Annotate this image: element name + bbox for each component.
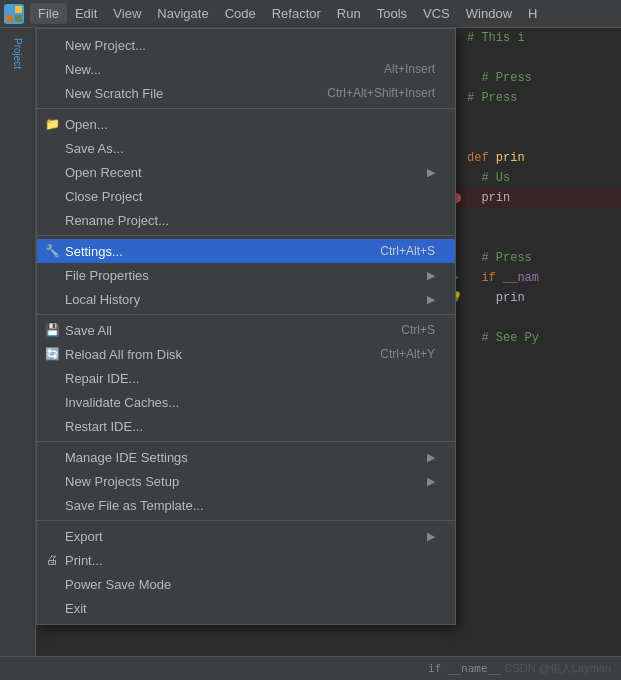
menu-row-power-save[interactable]: Power Save Mode bbox=[37, 572, 455, 596]
menu-row-save-file-template[interactable]: Save File as Template... bbox=[37, 493, 455, 517]
line-9-content: prin bbox=[463, 188, 621, 208]
line-8-content: # Us bbox=[463, 168, 621, 188]
menu-tools[interactable]: Tools bbox=[369, 3, 415, 24]
arrow-icon-file-properties: ▶ bbox=[427, 269, 435, 282]
separator-3 bbox=[37, 314, 455, 315]
menu-row-exit[interactable]: Exit bbox=[37, 596, 455, 620]
menu-vcs[interactable]: VCS bbox=[415, 3, 458, 24]
app-logo bbox=[4, 4, 24, 24]
menu-run[interactable]: Run bbox=[329, 3, 369, 24]
folder-icon: 📁 bbox=[43, 117, 61, 131]
menu-row-manage-ide-settings[interactable]: Manage IDE Settings ▶ bbox=[37, 445, 455, 469]
menu-refactor[interactable]: Refactor bbox=[264, 3, 329, 24]
menu-row-open[interactable]: 📁 Open... bbox=[37, 112, 455, 136]
arrow-icon-new-projects: ▶ bbox=[427, 475, 435, 488]
status-if-name: if __name__ bbox=[428, 662, 501, 675]
menu-row-print[interactable]: 🖨 Print... bbox=[37, 548, 455, 572]
wrench-icon: 🔧 bbox=[43, 244, 61, 258]
menu-row-save-all[interactable]: 💾 Save All Ctrl+S bbox=[37, 318, 455, 342]
arrow-icon-open-recent: ▶ bbox=[427, 166, 435, 179]
line-7-content: def prin bbox=[463, 148, 621, 168]
menu-code[interactable]: Code bbox=[217, 3, 264, 24]
menu-file[interactable]: File bbox=[30, 3, 67, 24]
menu-row-save-as[interactable]: Save As... bbox=[37, 136, 455, 160]
menu-row-new-project[interactable]: New Project... bbox=[37, 33, 455, 57]
menu-row-new-scratch[interactable]: New Scratch File Ctrl+Alt+Shift+Insert bbox=[37, 81, 455, 105]
save-icon: 💾 bbox=[43, 323, 61, 337]
separator-1 bbox=[37, 108, 455, 109]
menu-row-local-history[interactable]: Local History ▶ bbox=[37, 287, 455, 311]
menu-row-export[interactable]: Export ▶ bbox=[37, 524, 455, 548]
menu-row-new-projects-setup[interactable]: New Projects Setup ▶ bbox=[37, 469, 455, 493]
menu-row-restart-ide[interactable]: Restart IDE... bbox=[37, 414, 455, 438]
menu-row-new[interactable]: New... Alt+Insert bbox=[37, 57, 455, 81]
print-icon: 🖨 bbox=[43, 553, 61, 567]
menu-row-invalidate-caches[interactable]: Invalidate Caches... bbox=[37, 390, 455, 414]
menu-navigate[interactable]: Navigate bbox=[149, 3, 216, 24]
separator-2 bbox=[37, 235, 455, 236]
arrow-icon-manage-ide: ▶ bbox=[427, 451, 435, 464]
menu-edit[interactable]: Edit bbox=[67, 3, 105, 24]
menu-row-repair-ide[interactable]: Repair IDE... bbox=[37, 366, 455, 390]
line-16-content: # See Py bbox=[463, 328, 621, 348]
menu-window[interactable]: Window bbox=[458, 3, 520, 24]
menu-row-close-project[interactable]: Close Project bbox=[37, 184, 455, 208]
line-12-content: # Press bbox=[463, 248, 621, 268]
svg-rect-1 bbox=[15, 6, 22, 13]
line-3-content: # Press bbox=[463, 68, 621, 88]
menu-help[interactable]: H bbox=[520, 3, 545, 24]
menu-view[interactable]: View bbox=[105, 3, 149, 24]
status-bar: if __name__ CSDN @俗人Layman bbox=[0, 656, 621, 680]
menu-row-reload-all[interactable]: 🔄 Reload All from Disk Ctrl+Alt+Y bbox=[37, 342, 455, 366]
watermark: CSDN @俗人Layman bbox=[504, 661, 611, 676]
menu-row-settings[interactable]: 🔧 Settings... Ctrl+Alt+S bbox=[37, 239, 455, 263]
sidebar-project-label: Project bbox=[12, 38, 23, 69]
line-14-content: prin bbox=[463, 288, 621, 308]
file-dropdown: New Project... New... Alt+Insert New Scr… bbox=[36, 28, 456, 625]
line-4-content: # Press bbox=[463, 88, 621, 108]
menu-row-open-recent[interactable]: Open Recent ▶ bbox=[37, 160, 455, 184]
sidebar: Project bbox=[0, 28, 36, 680]
line-1-content: # This i bbox=[463, 28, 621, 48]
menu-row-rename-project[interactable]: Rename Project... bbox=[37, 208, 455, 232]
separator-5 bbox=[37, 520, 455, 521]
menu-bar: File Edit View Navigate Code Refactor Ru… bbox=[0, 0, 621, 28]
separator-4 bbox=[37, 441, 455, 442]
svg-rect-3 bbox=[15, 15, 22, 22]
svg-rect-0 bbox=[6, 6, 13, 13]
arrow-icon-export: ▶ bbox=[427, 530, 435, 543]
menu-row-file-properties[interactable]: File Properties ▶ bbox=[37, 263, 455, 287]
line-13-content: if __nam bbox=[463, 268, 621, 288]
arrow-icon-local-history: ▶ bbox=[427, 293, 435, 306]
reload-icon: 🔄 bbox=[43, 347, 61, 361]
sidebar-item-project[interactable]: Project bbox=[4, 34, 32, 73]
svg-rect-2 bbox=[6, 15, 13, 22]
status-text: if __name__ bbox=[428, 662, 501, 675]
